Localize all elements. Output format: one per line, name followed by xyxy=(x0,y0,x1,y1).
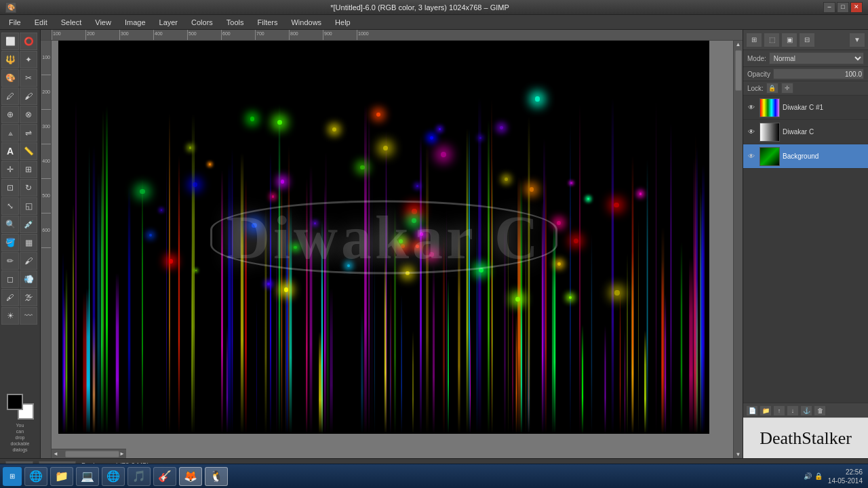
layer-item-1[interactable]: 👁 Diwakar C #1 xyxy=(743,96,868,120)
menu-filters[interactable]: Filters xyxy=(252,16,284,28)
tool-text[interactable]: A xyxy=(1,142,19,160)
vscroll[interactable]: ▲ ▼ xyxy=(733,41,743,458)
layer-eye-3[interactable]: 👁 xyxy=(746,151,757,162)
tool-row-8: ✛ ⊞ xyxy=(1,161,39,178)
tool-airbrush[interactable]: 💨 xyxy=(20,270,37,288)
foreground-color-swatch[interactable] xyxy=(7,394,23,410)
taskbar-media[interactable]: 🎵 xyxy=(127,467,151,486)
light-streak xyxy=(76,101,77,434)
canvas-scroll-area[interactable]: Diwakar C ▲ ▼ ◄ ► xyxy=(52,41,743,458)
sparkle xyxy=(284,287,289,292)
tool-smudge[interactable]: 〰 xyxy=(20,307,37,325)
taskbar-files[interactable]: 💻 xyxy=(76,467,99,486)
tool-rotate[interactable]: ↻ xyxy=(20,179,37,197)
hscroll[interactable]: ◄ ► xyxy=(52,449,126,458)
layer-item-3[interactable]: 👁 Background xyxy=(743,144,868,169)
tool-clone[interactable]: ⊕ xyxy=(1,106,19,123)
layer-item-2[interactable]: 👁 Diwakar C xyxy=(743,120,868,144)
tool-ink[interactable]: 🖋 xyxy=(1,289,19,306)
tool-perspective[interactable]: ⟁ xyxy=(1,124,19,142)
layer-anchor-btn[interactable]: ⚓ xyxy=(800,405,812,416)
tool-shear[interactable]: ◱ xyxy=(20,197,37,215)
scroll-left-arrow[interactable]: ◄ xyxy=(53,451,58,457)
light-streak xyxy=(591,232,593,434)
scroll-thumb-v[interactable] xyxy=(735,50,742,91)
tool-gradient[interactable]: ▦ xyxy=(20,234,37,251)
menu-file[interactable]: File xyxy=(3,16,27,28)
mode-select[interactable]: Normal Multiply Screen Overlay xyxy=(769,52,864,64)
tool-flip[interactable]: ⇌ xyxy=(20,124,37,142)
start-button[interactable]: ⊞ xyxy=(3,467,22,486)
tool-blend[interactable]: 🌫 xyxy=(20,289,37,306)
scroll-right-arrow[interactable]: ► xyxy=(119,451,125,457)
tool-scissors[interactable]: ✂ xyxy=(20,69,37,87)
ruler-mark-400: 400 xyxy=(153,30,187,40)
light-streak xyxy=(631,155,633,434)
tool-rect-select[interactable]: ⬜ xyxy=(1,33,19,50)
layer-eye-2[interactable]: 👁 xyxy=(746,127,757,138)
taskbar-music[interactable]: 🎸 xyxy=(153,467,176,486)
layer-folder-btn[interactable]: 📁 xyxy=(760,405,772,416)
menu-colors[interactable]: Colors xyxy=(185,16,219,28)
tool-ellipse-select[interactable]: ⭕ xyxy=(20,33,37,50)
tool-free-select[interactable]: 🔱 xyxy=(1,51,19,68)
opacity-input[interactable] xyxy=(773,68,864,79)
media-icon: 🎵 xyxy=(132,470,146,483)
layer-buttons: 📄 📁 ↑ ↓ ⚓ 🗑 xyxy=(743,403,868,418)
tool-crop[interactable]: ⊡ xyxy=(1,179,19,197)
light-streak xyxy=(644,330,646,434)
tool-move[interactable]: ✛ xyxy=(1,161,19,178)
new-layer-btn[interactable]: 📄 xyxy=(746,405,758,416)
menu-edit[interactable]: Edit xyxy=(28,16,54,28)
tool-zoom[interactable]: 🔍 xyxy=(1,216,19,233)
menu-image[interactable]: Image xyxy=(119,16,152,28)
scroll-up-arrow[interactable]: ▲ xyxy=(736,41,741,47)
tool-eraser[interactable]: ◻ xyxy=(1,270,19,288)
tool-bucket[interactable]: 🪣 xyxy=(1,234,19,251)
tool-hint-label: Youcandropdockabledialogs xyxy=(4,422,36,453)
lock-position-btn[interactable]: ✛ xyxy=(781,83,793,94)
taskbar-browser[interactable]: 🌐 xyxy=(102,467,125,486)
menu-select[interactable]: Select xyxy=(55,16,88,28)
light-streak xyxy=(83,292,87,434)
scroll-thumb-h[interactable] xyxy=(65,451,119,458)
layer-dropdown[interactable]: ▼ xyxy=(849,33,865,47)
close-button[interactable]: ✕ xyxy=(850,2,863,13)
menu-help[interactable]: Help xyxy=(329,16,357,28)
layer-eye-1[interactable]: 👁 xyxy=(746,102,757,113)
tool-paint[interactable]: 🖌 xyxy=(20,87,37,105)
tool-heal[interactable]: ⊗ xyxy=(20,106,37,123)
tool-paths[interactable]: 🖊 xyxy=(1,87,19,105)
tool-color-select[interactable]: 🎨 xyxy=(1,69,19,87)
menu-layer[interactable]: Layer xyxy=(153,16,184,28)
lock-label: Lock: xyxy=(747,85,764,92)
tool-scale[interactable]: ⤡ xyxy=(1,197,19,215)
layer-tool-3[interactable]: ▣ xyxy=(781,33,797,47)
layer-up-btn[interactable]: ↑ xyxy=(773,405,785,416)
tool-dodge[interactable]: ☀ xyxy=(1,307,19,325)
taskbar-explorer[interactable]: 📁 xyxy=(50,467,73,486)
maximize-button[interactable]: □ xyxy=(837,2,849,13)
mode-row: Mode: Normal Multiply Screen Overlay xyxy=(743,50,868,67)
taskbar-gimp[interactable]: 🐧 xyxy=(205,467,228,486)
layer-tool-2[interactable]: ⬚ xyxy=(764,33,780,47)
taskbar-firefox[interactable]: 🦊 xyxy=(179,467,202,486)
layer-tool-4[interactable]: ⊟ xyxy=(799,33,815,47)
minimize-button[interactable]: – xyxy=(823,2,835,13)
tool-color-picker[interactable]: 💉 xyxy=(20,216,37,233)
menu-windows[interactable]: Windows xyxy=(285,16,328,28)
taskbar-ie[interactable]: 🌐 xyxy=(24,467,47,486)
tool-measure[interactable]: 📏 xyxy=(20,142,37,160)
delete-layer-btn[interactable]: 🗑 xyxy=(814,405,826,416)
tool-pencil[interactable]: ✏ xyxy=(1,252,19,270)
light-streak xyxy=(73,204,75,434)
lock-pixels-btn[interactable]: 🔒 xyxy=(766,83,778,94)
tool-align[interactable]: ⊞ xyxy=(20,161,37,178)
scroll-down-arrow[interactable]: ▼ xyxy=(736,451,741,458)
menu-view[interactable]: View xyxy=(89,16,117,28)
tool-brush[interactable]: 🖌 xyxy=(20,252,37,270)
menu-tools[interactable]: Tools xyxy=(220,16,250,28)
layer-down-btn[interactable]: ↓ xyxy=(787,405,799,416)
layer-tool-1[interactable]: ⊞ xyxy=(746,33,762,47)
tool-fuzzy-select[interactable]: ✦ xyxy=(20,51,37,68)
